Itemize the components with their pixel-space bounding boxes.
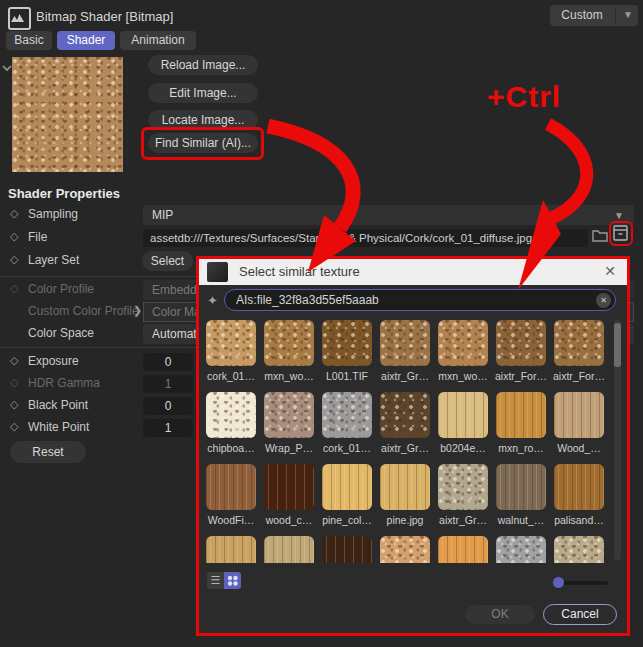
texture-name: Wood_… xyxy=(552,442,606,454)
texture-tile[interactable]: aixtr_Gr… xyxy=(380,392,430,454)
texture-tile[interactable]: cork_01… xyxy=(322,392,372,454)
property-label: HDR Gamma xyxy=(28,376,100,390)
keyframe-diamond-icon: ◇ xyxy=(10,376,18,389)
divider xyxy=(615,8,616,23)
tab-basic[interactable]: Basic xyxy=(6,31,52,50)
texture-tile[interactable]: walnut_… xyxy=(496,464,546,526)
texture-name: mxn_ro… xyxy=(494,442,548,454)
texture-name: palisand… xyxy=(552,514,606,526)
property-label: Color Space xyxy=(28,326,94,340)
texture-tile[interactable] xyxy=(554,536,604,563)
texture-tile[interactable]: aixtr_Gr… xyxy=(380,320,430,382)
keyframe-diamond-icon[interactable]: ◇ xyxy=(10,207,18,220)
texture-name: aixtr_Gr… xyxy=(436,514,490,526)
similarity-search-input[interactable] xyxy=(224,289,616,311)
texture-tile[interactable] xyxy=(322,536,372,563)
layer-set-select-button[interactable]: Select xyxy=(142,251,193,271)
property-row-file: ◇ File assetdb:///Textures/Surfaces/Stan… xyxy=(0,228,643,248)
keyframe-diamond-icon[interactable]: ◇ xyxy=(10,253,18,266)
texture-tile[interactable]: Wood_… xyxy=(554,392,604,454)
texture-tile[interactable] xyxy=(496,536,546,563)
texture-grid: cork_01… mxn_wo… L001.TIF aixtr_Gr… mxn_… xyxy=(199,317,627,563)
texture-name: aixtr_For… xyxy=(494,370,548,382)
texture-name: b0204e… xyxy=(436,442,490,454)
texture-name: WoodFi… xyxy=(204,514,258,526)
tab-animation[interactable]: Animation xyxy=(120,31,196,50)
dialog-title: Select similar texture xyxy=(239,264,360,279)
texture-name: pine_col… xyxy=(320,514,374,526)
texture-tile[interactable]: mxn_wo… xyxy=(438,320,488,382)
clear-search-icon[interactable]: ✕ xyxy=(596,293,611,308)
texture-tile[interactable] xyxy=(438,536,488,563)
window-title: Bitmap Shader [Bitmap] xyxy=(36,9,173,24)
texture-tile[interactable]: WoodFi… xyxy=(206,464,256,526)
texture-tile[interactable]: mxn_ro… xyxy=(496,392,546,454)
ok-button[interactable]: OK xyxy=(465,605,535,624)
hdr-gamma-field: 1 xyxy=(143,375,193,393)
texture-name: Wrap_P… xyxy=(262,442,316,454)
dialog-footer: OK Cancel xyxy=(199,599,627,633)
black-point-field[interactable]: 0 xyxy=(143,397,193,415)
separator xyxy=(0,276,196,277)
folder-browse-icon[interactable] xyxy=(592,228,608,246)
thumbnail-size-slider[interactable] xyxy=(556,581,608,585)
texture-tile[interactable]: wood_c… xyxy=(264,464,314,526)
property-label: Black Point xyxy=(28,398,88,412)
keyframe-diamond-icon[interactable]: ◇ xyxy=(10,230,18,243)
sampling-dropdown[interactable]: MIP▼ xyxy=(143,205,634,225)
find-similar-ai-button[interactable]: Find Similar (AI)... xyxy=(148,133,258,153)
texture-tile[interactable]: b0204e… xyxy=(438,392,488,454)
dialog-titlebar[interactable]: Select similar texture ✕ xyxy=(199,259,627,285)
texture-tile[interactable]: aixtr_For… xyxy=(496,320,546,382)
tab-shader[interactable]: Shader xyxy=(57,31,115,50)
scrollbar-thumb[interactable] xyxy=(614,323,621,367)
texture-preview-thumbnail[interactable] xyxy=(12,57,123,172)
edit-image-button[interactable]: Edit Image... xyxy=(148,83,258,103)
texture-tile[interactable]: pine.jpg xyxy=(380,464,430,526)
property-label: Layer Set xyxy=(28,253,79,267)
scrollbar-track[interactable] xyxy=(614,320,621,560)
chevron-down-icon: ▼ xyxy=(614,206,624,226)
close-icon[interactable]: ✕ xyxy=(604,263,616,279)
slider-thumb[interactable] xyxy=(553,577,564,588)
bitmap-shader-window: Bitmap Shader [Bitmap] Custom ▼ Basic Sh… xyxy=(0,0,643,647)
texture-tile[interactable]: mxn_wo… xyxy=(264,320,314,382)
exposure-field[interactable]: 0 xyxy=(143,353,193,371)
texture-name: aixtr_For… xyxy=(552,370,606,382)
bitmap-image-icon xyxy=(8,7,31,30)
keyframe-diamond-icon[interactable]: ◇ xyxy=(10,420,18,433)
asset-archive-icon[interactable] xyxy=(613,225,628,245)
property-label: White Point xyxy=(28,420,89,434)
property-label: Color Profile xyxy=(28,282,94,296)
keyframe-diamond-icon: ◇ xyxy=(10,282,18,295)
collapse-chevron-icon[interactable] xyxy=(2,58,12,76)
texture-tile[interactable]: palisand… xyxy=(554,464,604,526)
texture-name: walnut_… xyxy=(494,514,548,526)
preset-dropdown[interactable]: Custom ▼ xyxy=(550,5,638,26)
white-point-field[interactable]: 1 xyxy=(143,419,193,437)
texture-name: chipboa… xyxy=(204,442,258,454)
texture-tile[interactable]: chipboa… xyxy=(206,392,256,454)
cancel-button[interactable]: Cancel xyxy=(543,604,617,625)
reload-image-button[interactable]: Reload Image... xyxy=(148,55,258,75)
dialog-toolbar: ☰ xyxy=(199,563,627,599)
texture-tile[interactable]: cork_01… xyxy=(206,320,256,382)
texture-tile[interactable]: pine_col… xyxy=(322,464,372,526)
texture-tile[interactable]: aixtr_For… xyxy=(554,320,604,382)
keyframe-diamond-icon[interactable]: ◇ xyxy=(10,354,18,367)
chevron-down-icon: ▼ xyxy=(623,9,633,20)
keyframe-diamond-icon[interactable]: ◇ xyxy=(10,398,18,411)
grid-view-icon[interactable] xyxy=(224,572,241,589)
texture-tile[interactable]: aixtr_Gr… xyxy=(438,464,488,526)
texture-name: wood_c… xyxy=(262,514,316,526)
locate-image-button[interactable]: Locate Image... xyxy=(148,110,258,130)
list-view-icon[interactable]: ☰ xyxy=(207,572,224,589)
texture-tile[interactable] xyxy=(380,536,430,563)
texture-tile[interactable]: Wrap_P… xyxy=(264,392,314,454)
reset-button[interactable]: Reset xyxy=(10,441,86,463)
texture-tile[interactable] xyxy=(264,536,314,563)
texture-tile[interactable] xyxy=(206,536,256,563)
file-path-field[interactable]: assetdb:///Textures/Surfaces/Standard & … xyxy=(143,229,588,247)
texture-tile[interactable]: L001.TIF xyxy=(322,320,372,382)
texture-name: mxn_wo… xyxy=(262,370,316,382)
